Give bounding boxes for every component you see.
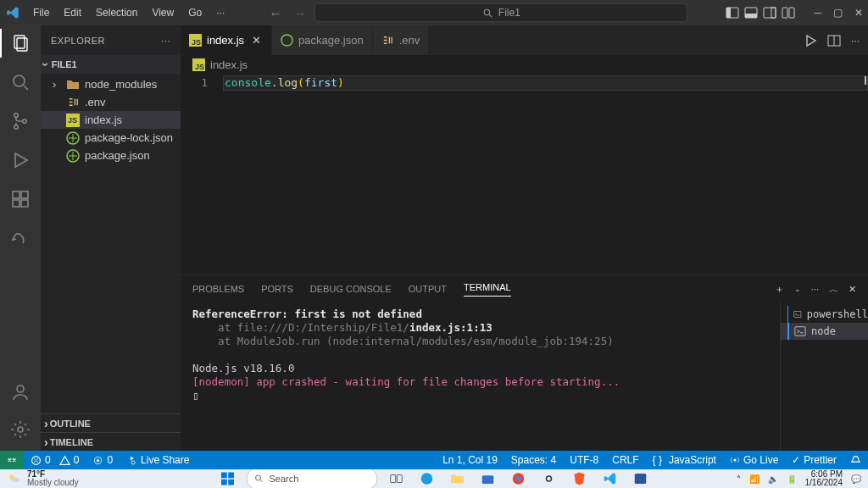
terminal-icon bbox=[793, 308, 801, 320]
menu-view[interactable]: View bbox=[146, 3, 180, 22]
split-editor-icon[interactable] bbox=[827, 34, 841, 47]
sidebar-section-timeline[interactable]: TIMELINE bbox=[41, 432, 181, 451]
code-editor[interactable]: 1 console.log(first) bbox=[181, 74, 868, 274]
taskbar-app-brave[interactable] bbox=[568, 469, 592, 488]
tree-item-package-lock[interactable]: package-lock.json bbox=[41, 129, 181, 147]
minimap[interactable] bbox=[809, 74, 868, 274]
tab-env[interactable]: .env bbox=[373, 25, 430, 55]
layout-bottom-icon[interactable] bbox=[744, 6, 758, 19]
taskbar-app-settings[interactable] bbox=[537, 469, 561, 488]
window-close-icon[interactable]: ✕ bbox=[854, 7, 863, 19]
window-minimize-icon[interactable]: ─ bbox=[814, 7, 821, 19]
taskbar-app-word[interactable] bbox=[629, 469, 653, 488]
menu-file[interactable]: File bbox=[27, 3, 55, 22]
status-encoding[interactable]: UTF-8 bbox=[563, 454, 605, 466]
activity-settings[interactable] bbox=[9, 419, 31, 441]
panel-maximize-icon[interactable]: ︿ bbox=[829, 283, 838, 296]
tray-wifi-icon[interactable]: 📶 bbox=[749, 474, 760, 484]
activity-explorer[interactable] bbox=[9, 32, 31, 54]
activity-account[interactable] bbox=[9, 381, 31, 403]
terminal-line: at ModuleJob.run (node:internal/modules/… bbox=[192, 335, 614, 347]
tray-notifications-icon[interactable]: 💬 bbox=[851, 474, 861, 484]
status-ports[interactable]: 0 bbox=[86, 454, 120, 466]
panel-tab-problems[interactable]: PROBLEMS bbox=[192, 284, 244, 294]
status-bell-icon[interactable] bbox=[843, 455, 868, 466]
taskbar-app-store[interactable] bbox=[476, 469, 500, 488]
editor-more-icon[interactable]: ··· bbox=[851, 35, 860, 47]
terminal-new-icon[interactable]: ＋ bbox=[775, 283, 784, 296]
panel-close-icon[interactable]: ✕ bbox=[849, 284, 856, 295]
tab-package-json[interactable]: package.json bbox=[272, 25, 373, 55]
activity-run-debug[interactable] bbox=[9, 149, 31, 171]
svg-line-13 bbox=[24, 86, 28, 90]
status-spaces[interactable]: Spaces: 4 bbox=[504, 454, 563, 466]
menu-edit[interactable]: Edit bbox=[58, 3, 87, 22]
explorer-more-icon[interactable]: ··· bbox=[161, 36, 170, 46]
status-error-count: 0 bbox=[45, 454, 51, 466]
tree-item-env[interactable]: .env bbox=[41, 93, 181, 111]
terminal-item-powershell[interactable]: powershell bbox=[781, 306, 868, 323]
explorer-sidebar: EXPLORER ··· FILE1 › node_modules .env J… bbox=[41, 25, 181, 451]
svg-point-16 bbox=[23, 119, 27, 124]
sidebar-section-outline[interactable]: OUTLINE bbox=[41, 413, 181, 432]
taskbar-weather[interactable]: 71°FMostly cloudy bbox=[7, 470, 79, 487]
taskbar-start[interactable] bbox=[216, 469, 240, 488]
status-liveshare-label: Live Share bbox=[141, 454, 189, 466]
panel-tab-debug[interactable]: DEBUG CONSOLE bbox=[310, 284, 392, 294]
tree-item-package-json[interactable]: package.json bbox=[41, 147, 181, 164]
taskbar-app-explorer[interactable] bbox=[446, 469, 470, 488]
panel-tab-terminal[interactable]: TERMINAL bbox=[464, 282, 511, 297]
layout-custom-icon[interactable] bbox=[782, 6, 795, 19]
terminal-dropdown-icon[interactable]: ⌄ bbox=[794, 285, 801, 293]
svg-point-21 bbox=[17, 385, 24, 392]
tray-clock[interactable]: 6:06 PM1/16/2024 bbox=[805, 470, 843, 487]
run-icon[interactable] bbox=[804, 34, 817, 47]
tree-item-node-modules[interactable]: › node_modules bbox=[41, 75, 181, 93]
tab-close-icon[interactable]: ✕ bbox=[249, 34, 263, 47]
status-language[interactable]: { }JavaScript bbox=[646, 454, 723, 466]
activity-search[interactable] bbox=[9, 71, 31, 93]
terminal-item-node[interactable]: node bbox=[781, 323, 868, 340]
explorer-folder-header[interactable]: FILE1 bbox=[41, 55, 181, 74]
title-bar: File Edit Selection View Go ··· ← → File… bbox=[0, 0, 868, 25]
taskbar-search[interactable]: Search bbox=[247, 469, 378, 488]
svg-point-35 bbox=[733, 459, 736, 462]
panel-more-icon[interactable]: ··· bbox=[811, 284, 819, 294]
layout-right-icon[interactable] bbox=[763, 6, 776, 19]
taskbar-app-edge[interactable] bbox=[415, 469, 439, 488]
layout-left-icon[interactable] bbox=[726, 6, 739, 19]
svg-rect-20 bbox=[21, 200, 28, 207]
status-go-live[interactable]: Go Live bbox=[723, 454, 785, 466]
nav-forward-icon[interactable]: → bbox=[293, 6, 306, 20]
terminal-output[interactable]: ReferenceError: first is not defined at … bbox=[181, 302, 780, 451]
taskbar-task-view[interactable] bbox=[385, 469, 409, 488]
menu-go[interactable]: Go bbox=[182, 3, 208, 22]
nav-back-icon[interactable]: ← bbox=[269, 6, 281, 20]
activity-source-control[interactable] bbox=[9, 110, 31, 132]
status-prettier[interactable]: ✓Prettier bbox=[785, 454, 843, 466]
status-eol[interactable]: CRLF bbox=[605, 454, 645, 466]
command-center[interactable]: File1 bbox=[314, 3, 687, 22]
tray-volume-icon[interactable]: 🔈 bbox=[768, 474, 778, 484]
taskbar-app-chrome[interactable] bbox=[507, 469, 531, 488]
panel-tab-output[interactable]: OUTPUT bbox=[409, 284, 447, 294]
taskbar-app-vscode[interactable] bbox=[598, 469, 622, 488]
tree-item-index-js[interactable]: JS index.js bbox=[41, 111, 181, 129]
activity-extensions[interactable] bbox=[9, 188, 31, 210]
status-remote[interactable] bbox=[0, 451, 24, 469]
tab-index-js[interactable]: JS index.js ✕ bbox=[181, 25, 272, 55]
status-errors[interactable]: 00 bbox=[24, 454, 86, 466]
activity-remote[interactable] bbox=[9, 227, 31, 249]
menu-more[interactable]: ··· bbox=[210, 3, 231, 22]
panel-tab-ports[interactable]: PORTS bbox=[261, 284, 293, 294]
status-prettier-label: Prettier bbox=[804, 454, 837, 466]
status-live-share[interactable]: Live Share bbox=[120, 454, 196, 466]
svg-rect-6 bbox=[764, 8, 776, 18]
window-maximize-icon[interactable]: ▢ bbox=[833, 7, 843, 19]
breadcrumb[interactable]: JS index.js bbox=[181, 55, 868, 74]
command-center-label: File1 bbox=[498, 7, 520, 19]
status-position[interactable]: Ln 1, Col 19 bbox=[436, 454, 504, 466]
menu-selection[interactable]: Selection bbox=[90, 3, 143, 22]
tray-chevron-icon[interactable]: ˄ bbox=[737, 474, 741, 484]
tray-battery-icon[interactable]: 🔋 bbox=[787, 474, 797, 484]
